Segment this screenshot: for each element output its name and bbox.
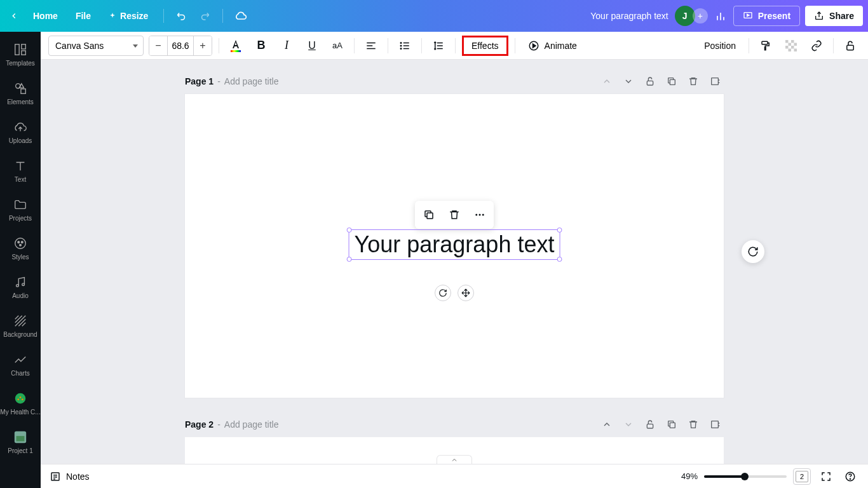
element-floating-toolbar xyxy=(415,201,494,229)
zoom-slider[interactable] xyxy=(704,475,787,478)
svg-rect-19 xyxy=(231,50,241,52)
selected-text-element[interactable]: Your paragraph text xyxy=(349,229,560,260)
file-button[interactable]: File xyxy=(68,7,98,25)
separator xyxy=(421,38,422,53)
more-options-button[interactable] xyxy=(470,205,490,225)
sidebar-item-background[interactable]: Background xyxy=(0,307,41,346)
sidebar-item-uploads[interactable]: Uploads xyxy=(0,113,41,152)
paragraph-text-content[interactable]: Your paragraph text xyxy=(355,231,555,258)
alignment-button[interactable] xyxy=(361,36,381,56)
sidebar-item-templates[interactable]: Templates xyxy=(0,36,41,74)
avatar[interactable]: J xyxy=(675,6,695,26)
page-count-button[interactable]: 2 xyxy=(793,468,811,485)
text-color-button[interactable] xyxy=(226,36,246,56)
collapse-down-button[interactable] xyxy=(620,72,637,90)
duplicate-page-button[interactable] xyxy=(663,72,681,90)
regenerate-button[interactable] xyxy=(742,240,764,263)
separator xyxy=(515,38,515,53)
duplicate-page-button[interactable] xyxy=(663,416,681,433)
help-button[interactable] xyxy=(841,468,859,485)
svg-point-61 xyxy=(850,478,850,479)
share-button[interactable]: Share xyxy=(805,6,863,26)
home-button[interactable]: Home xyxy=(25,7,65,25)
undo-icon xyxy=(176,10,187,22)
list-button[interactable] xyxy=(395,36,415,56)
animate-button[interactable]: Animate xyxy=(522,36,583,56)
sidebar-item-audio[interactable]: Audio xyxy=(0,268,41,307)
collapse-up-button[interactable] xyxy=(598,416,616,433)
undo-button[interactable] xyxy=(172,6,192,26)
lock-page-button[interactable] xyxy=(641,416,659,433)
copy-style-button[interactable] xyxy=(756,36,776,56)
resize-handle-bl[interactable] xyxy=(347,257,352,262)
collapse-down-button[interactable] xyxy=(620,416,637,433)
move-button[interactable] xyxy=(458,285,474,301)
page-title-input[interactable]: Add page title xyxy=(224,76,279,86)
collapse-up-button[interactable] xyxy=(598,72,616,90)
resize-handle-tr[interactable] xyxy=(557,227,562,233)
sidebar-item-charts[interactable]: Charts xyxy=(0,346,41,384)
transparency-button[interactable] xyxy=(781,36,801,56)
svg-point-13 xyxy=(20,244,22,246)
chevron-up-icon xyxy=(602,76,612,86)
present-button[interactable]: Present xyxy=(733,6,800,26)
svg-point-50 xyxy=(475,214,477,216)
redo-icon xyxy=(199,10,210,22)
text-case-button[interactable]: aA xyxy=(327,36,348,56)
zoom-thumb[interactable] xyxy=(741,473,749,480)
add-page-button[interactable] xyxy=(706,72,724,90)
bottom-bar: Notes 49% 2 xyxy=(41,464,868,488)
lock-button[interactable] xyxy=(840,36,860,56)
sidebar-item-projects[interactable]: Projects xyxy=(0,191,41,229)
duplicate-element-button[interactable] xyxy=(419,205,439,225)
svg-rect-53 xyxy=(647,424,653,428)
svg-rect-46 xyxy=(647,81,653,85)
delete-page-button[interactable] xyxy=(684,72,702,90)
lock-page-button[interactable] xyxy=(641,72,659,90)
sidebar-item-elements[interactable]: Elements xyxy=(0,74,41,113)
position-button[interactable]: Position xyxy=(698,41,742,51)
resize-handle-tl[interactable] xyxy=(347,227,352,233)
fullscreen-button[interactable] xyxy=(817,468,835,485)
sidebar-item-app-project1[interactable]: Project 1 xyxy=(0,423,41,462)
analytics-button[interactable] xyxy=(710,6,731,26)
bold-button[interactable]: B xyxy=(251,36,271,56)
redo-button[interactable] xyxy=(194,6,215,26)
page-title-input[interactable]: Add page title xyxy=(224,419,279,430)
add-collaborator-button[interactable]: + xyxy=(693,8,708,24)
spacing-button[interactable] xyxy=(428,36,449,56)
svg-rect-5 xyxy=(15,44,19,55)
delete-element-button[interactable] xyxy=(444,205,465,225)
present-label: Present xyxy=(758,11,790,21)
delete-page-button[interactable] xyxy=(684,416,702,433)
font-size-input[interactable] xyxy=(167,36,194,55)
rotate-button[interactable] xyxy=(435,285,451,301)
expand-timeline-handle[interactable] xyxy=(437,455,472,464)
underline-button[interactable]: U xyxy=(302,36,322,56)
font-family-select[interactable]: Canva Sans xyxy=(48,36,144,56)
sidebar-item-label: Styles xyxy=(11,254,29,261)
link-button[interactable] xyxy=(806,36,827,56)
font-size-decrease[interactable]: − xyxy=(149,36,167,55)
sidebar-item-styles[interactable]: Styles xyxy=(0,229,41,268)
font-family-value: Canva Sans xyxy=(55,41,104,51)
page-canvas-1[interactable]: Your paragraph text xyxy=(185,94,724,398)
resize-button[interactable]: Resize xyxy=(101,7,156,25)
page-header-2: Page 2 - Add page title xyxy=(185,416,724,433)
canvas-area[interactable]: Page 1 - Add page title Your par xyxy=(41,60,868,464)
resize-handle-br[interactable] xyxy=(557,257,562,262)
sidebar-item-app-health[interactable]: My Health C... xyxy=(0,384,41,423)
font-size-increase[interactable]: + xyxy=(194,36,212,55)
effects-button[interactable]: Effects xyxy=(462,36,508,56)
sidebar-item-text[interactable]: Text xyxy=(0,152,41,191)
page-header-1: Page 1 - Add page title xyxy=(185,72,724,90)
add-page-button[interactable] xyxy=(706,416,724,433)
italic-button[interactable]: I xyxy=(276,36,297,56)
share-icon xyxy=(814,11,824,21)
back-button[interactable] xyxy=(5,7,23,25)
notes-button[interactable]: Notes xyxy=(50,471,90,482)
cloud-save-button[interactable] xyxy=(231,6,251,26)
zoom-percent[interactable]: 49% xyxy=(681,471,698,481)
document-title[interactable]: Your paragraph text xyxy=(590,11,674,21)
lock-icon xyxy=(844,40,856,51)
